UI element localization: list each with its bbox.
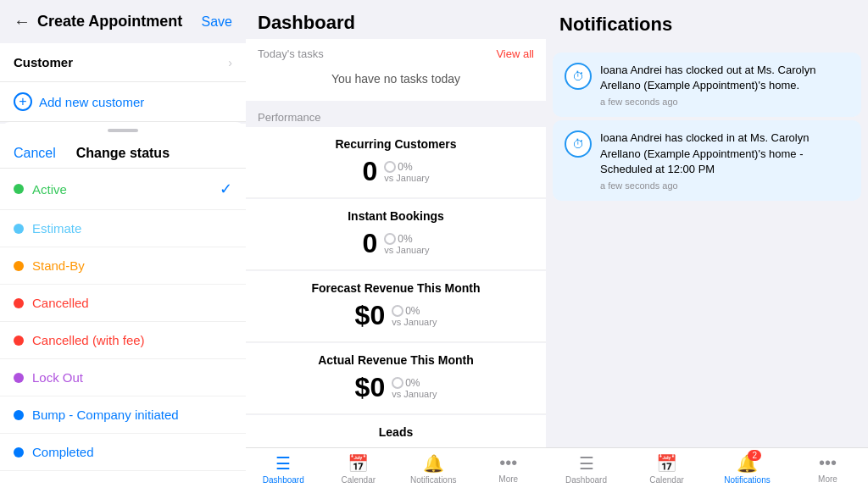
nav-label: Notifications — [410, 475, 456, 485]
notification-time: a few seconds ago — [600, 97, 849, 107]
nav-label: Calendar — [649, 475, 684, 485]
metric-card: Recurring Customers 0 0% vs January — [246, 127, 546, 198]
status-option-label: Stand-By — [32, 258, 85, 273]
notifications-title: Notifications — [559, 14, 672, 35]
nav-label: Dashboard — [565, 475, 607, 485]
middle-bottom-nav: ☰ Dashboard 📅 Calendar 🔔 Notifications •… — [246, 447, 546, 488]
nav-item-more[interactable]: ••• More — [471, 453, 547, 485]
notification-item[interactable]: ⏱ Ioana Andrei has clocked out at Ms. Ca… — [553, 53, 861, 117]
status-option-label: Cancelled (with fee) — [32, 333, 145, 347]
metric-card: Leads 0 0% vs January — [246, 415, 546, 447]
metric-title: Leads — [379, 425, 413, 439]
nav-icon: 🔔 — [423, 453, 444, 474]
modal-header: Cancel Change status — [0, 136, 246, 169]
status-option[interactable]: Cancelled — [0, 285, 246, 322]
status-options-list: Active ✓ Estimate Stand-By Cancelled Can… — [0, 169, 246, 471]
metric-value: 0 — [363, 156, 378, 187]
dashboard-content: Dashboard Today's tasks View all You hav… — [246, 0, 546, 447]
notification-body: Ioana Andrei has clocked out at Ms. Caro… — [600, 63, 849, 107]
right-nav-item-notifications[interactable]: 🔔 2 Notifications — [707, 453, 787, 485]
metric-value: $0 — [355, 372, 386, 403]
right-nav-item-more[interactable]: ••• More — [787, 453, 868, 485]
metric-title: Actual Revenue This Month — [318, 353, 474, 367]
modal-handle — [108, 129, 138, 132]
notification-icon-wrap: ⏱ — [565, 63, 592, 90]
status-option-label: Completed — [32, 445, 94, 459]
modal-title: Change status — [76, 146, 170, 161]
clock-icon: ⏱ — [572, 69, 584, 83]
tasks-section: Today's tasks View all You have no tasks… — [246, 39, 546, 101]
notification-text: Ioana Andrei has clocked in at Ms. Carol… — [600, 130, 849, 177]
nav-item-notifications[interactable]: 🔔 Notifications — [396, 453, 471, 485]
notification-item[interactable]: ⏱ Ioana Andrei has clocked in at Ms. Car… — [553, 120, 861, 201]
status-option[interactable]: Bump - Company initiated — [0, 396, 246, 434]
nav-label: Notifications — [724, 475, 770, 485]
notification-badge: 2 — [748, 450, 761, 461]
notifications-header: Notifications — [546, 0, 868, 42]
nav-label: Calendar — [341, 475, 376, 485]
nav-icon: ☰ — [579, 454, 594, 473]
nav-icon: 📅 — [348, 453, 369, 474]
modal-cancel-button[interactable]: Cancel — [14, 146, 56, 161]
view-all-button[interactable]: View all — [496, 47, 534, 60]
nav-label: Dashboard — [263, 475, 304, 485]
metric-title: Recurring Customers — [335, 137, 456, 151]
right-bottom-nav: ☰ Dashboard 📅 Calendar 🔔 2 Notifications… — [546, 447, 868, 488]
notification-time: a few seconds ago — [600, 180, 849, 191]
metric-value: 0 — [363, 228, 378, 259]
nav-icon: 📅 — [656, 454, 677, 473]
chevron-icon: › — [228, 56, 232, 69]
save-button[interactable]: Save — [202, 14, 232, 30]
metric-value: $0 — [355, 300, 386, 331]
dashboard-title: Dashboard — [258, 12, 355, 33]
notification-body: Ioana Andrei has clocked in at Ms. Carol… — [600, 130, 849, 191]
nav-icon: ••• — [819, 453, 837, 472]
notification-text: Ioana Andrei has clocked out at Ms. Caro… — [600, 63, 849, 93]
metric-card: Forecast Revenue This Month $0 0% vs Jan… — [246, 271, 546, 342]
status-option-label: Cancelled — [32, 296, 89, 310]
status-option-label: Bump - Company initiated — [32, 408, 179, 422]
status-option[interactable]: Active ✓ — [0, 169, 246, 210]
nav-item-dashboard[interactable]: ☰ Dashboard — [246, 453, 321, 485]
performance-label: Performance — [246, 104, 546, 127]
clock-icon: ⏱ — [572, 137, 584, 151]
notification-icon-wrap: ⏱ — [565, 130, 592, 158]
create-appointment-header: ← Create Appointment Save — [0, 0, 246, 43]
status-option[interactable]: Lock Out — [0, 359, 246, 396]
notifications-list: ⏱ Ioana Andrei has clocked out at Ms. Ca… — [546, 42, 868, 447]
metric-title: Instant Bookings — [348, 209, 444, 223]
status-option[interactable]: Estimate — [0, 210, 246, 247]
no-tasks-message: You have no tasks today — [258, 65, 534, 92]
nav-label: More — [498, 474, 518, 484]
add-icon: + — [14, 92, 32, 111]
customer-row[interactable]: Customer › — [0, 43, 246, 82]
status-option-label: Lock Out — [32, 370, 83, 385]
right-nav-item-dashboard[interactable]: ☰ Dashboard — [546, 453, 626, 485]
metrics-list: Recurring Customers 0 0% vs January Inst… — [246, 127, 546, 447]
left-panel: ← Create Appointment Save Customer › + A… — [0, 0, 246, 488]
nav-label: More — [818, 474, 837, 484]
status-option-label: Active — [32, 182, 67, 197]
status-option[interactable]: Completed — [0, 434, 246, 471]
metric-title: Forecast Revenue This Month — [311, 281, 480, 295]
metric-card: Actual Revenue This Month $0 0% vs Janua… — [246, 343, 546, 414]
metric-card: Instant Bookings 0 0% vs January — [246, 199, 546, 270]
check-icon: ✓ — [220, 180, 232, 198]
nav-icon: ••• — [499, 453, 517, 473]
back-icon[interactable]: ← — [14, 12, 31, 31]
tasks-label: Today's tasks — [258, 47, 324, 60]
status-option-label: Estimate — [32, 221, 81, 236]
status-modal: Cancel Change status Active ✓ Estimate S… — [0, 122, 246, 488]
right-nav-item-calendar[interactable]: 📅 Calendar — [626, 453, 707, 485]
add-customer-row[interactable]: + Add new customer — [0, 82, 246, 122]
status-option[interactable]: Cancelled (with fee) — [0, 322, 246, 359]
middle-panel: Dashboard Today's tasks View all You hav… — [246, 0, 546, 488]
nav-item-calendar[interactable]: 📅 Calendar — [321, 453, 397, 485]
customer-label: Customer — [14, 55, 73, 69]
status-option[interactable]: Stand-By — [0, 247, 246, 285]
nav-icon: ☰ — [275, 453, 291, 474]
right-panel: Notifications ⏱ Ioana Andrei has clocked… — [546, 0, 868, 488]
add-customer-label: Add new customer — [39, 95, 144, 109]
page-title: Create Appointment — [37, 13, 182, 30]
customer-section: Customer › + Add new customer — [0, 43, 246, 122]
